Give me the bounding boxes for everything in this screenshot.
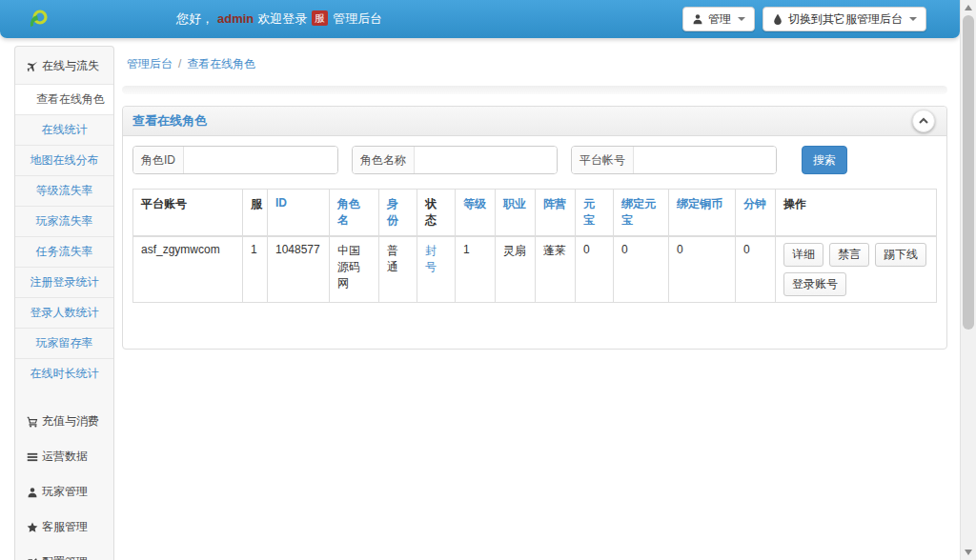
search-bar: 角色ID 角色名称 平台帐号 搜索 xyxy=(132,146,937,174)
logo-icon xyxy=(27,8,50,30)
cell-role-name: 中国源码网 xyxy=(330,236,379,303)
col-bound-copper[interactable]: 绑定铜币 xyxy=(669,190,736,237)
role-id-label: 角色ID xyxy=(133,147,184,173)
scrollbar-thumb[interactable] xyxy=(963,15,974,330)
chevron-down-icon xyxy=(909,17,917,21)
cell-bound-yuanbao: 0 xyxy=(614,236,669,303)
detail-button[interactable]: 详细 xyxy=(783,243,824,267)
row-actions: 详细 禁言 踢下线 登录账号 xyxy=(783,243,928,296)
cell-status-link[interactable]: 封号 xyxy=(425,244,437,273)
col-yuanbao[interactable]: 元宝 xyxy=(576,190,614,237)
breadcrumb-link-admin-home[interactable]: 管理后台 xyxy=(127,57,173,70)
sidebar-item-view-online-roles[interactable]: 查看在线角色 xyxy=(15,84,113,114)
sidebar-item-login-count-stats[interactable]: 登录人数统计 xyxy=(15,297,113,328)
sidebar-item-retention-rate[interactable]: 玩家留存率 xyxy=(15,328,113,358)
sidebar-group-label: 玩家管理 xyxy=(42,484,88,500)
panel-collapse-button[interactable] xyxy=(912,110,935,132)
cell-bound-copper: 0 xyxy=(669,236,736,303)
role-name-field-group: 角色名称 xyxy=(352,146,558,174)
cell-level: 1 xyxy=(456,236,496,303)
divider xyxy=(122,86,947,94)
sidebar-group-label: 运营数据 xyxy=(42,449,88,465)
col-bound-yuanbao[interactable]: 绑定元宝 xyxy=(614,190,669,237)
sidebar-item-map-distribution[interactable]: 地图在线分布 xyxy=(15,145,113,175)
table-row: asf_zgymwcom 1 1048577 中国源码网 普通 封号 1 灵扇 … xyxy=(133,236,937,303)
cell-id: 1048577 xyxy=(268,236,330,303)
sidebar: 在线与流失 查看在线角色 在线统计 地图在线分布 等级流失率 玩家流失率 任务流… xyxy=(14,46,114,560)
chevron-down-icon xyxy=(738,17,745,21)
col-class[interactable]: 职业 xyxy=(496,190,536,237)
cell-class: 灵扇 xyxy=(496,236,536,303)
role-name-label: 角色名称 xyxy=(353,147,415,173)
sidebar-group-label: 配置管理 xyxy=(42,554,88,560)
username: admin xyxy=(217,11,254,26)
search-button[interactable]: 搜索 xyxy=(802,146,847,174)
panel-header: 查看在线角色 xyxy=(123,107,946,136)
role-name-input[interactable] xyxy=(415,147,557,173)
platform-account-field-group: 平台帐号 xyxy=(571,146,777,174)
online-roles-table: 平台账号 服 ID 角色名 身份 状态 等级 职业 阵营 元宝 绑定元宝 绑定铜… xyxy=(132,189,937,303)
droplet-icon xyxy=(772,13,783,25)
breadcrumb-link-view-online-roles[interactable]: 查看在线角色 xyxy=(187,57,255,70)
sidebar-group-online-loss[interactable]: 在线与流失 xyxy=(15,47,113,84)
user-icon xyxy=(692,13,703,25)
sidebar-group-label: 在线与流失 xyxy=(42,58,99,74)
sidebar-item-online-stats[interactable]: 在线统计 xyxy=(15,114,113,145)
table-header-row: 平台账号 服 ID 角色名 身份 状态 等级 职业 阵营 元宝 绑定元宝 绑定铜… xyxy=(133,190,937,237)
col-level[interactable]: 等级 xyxy=(456,190,496,237)
greeting-text: 您好，admin欢迎登录服管理后台 xyxy=(176,0,382,38)
main-content: 管理后台/查看在线角色 查看在线角色 角色ID 角色名称 xyxy=(122,50,947,350)
sidebar-item-online-duration-stats[interactable]: 在线时长统计 xyxy=(15,358,113,389)
cell-platform-account: asf_zgymwcom xyxy=(133,236,243,303)
sidebar-item-register-login-stats[interactable]: 注册登录统计 xyxy=(15,267,113,297)
list-icon xyxy=(27,451,38,463)
breadcrumb: 管理后台/查看在线角色 xyxy=(122,50,947,80)
greeting-middle: 欢迎登录 xyxy=(257,11,307,26)
greeting-prefix: 您好， xyxy=(176,11,214,26)
role-id-field-group: 角色ID xyxy=(132,146,338,174)
sidebar-group-operations-data[interactable]: 运营数据 xyxy=(15,439,113,474)
switch-server-button[interactable]: 切换到其它服管理后台 xyxy=(762,7,926,31)
view-online-roles-panel: 查看在线角色 角色ID 角色名称 平台帐号 xyxy=(122,106,947,350)
chevron-up-icon xyxy=(919,116,928,126)
col-actions: 操作 xyxy=(776,190,937,237)
cell-yuanbao: 0 xyxy=(576,236,614,303)
col-faction[interactable]: 阵营 xyxy=(536,190,576,237)
admin-menu-button[interactable]: 管理 xyxy=(682,7,755,31)
sidebar-item-player-churn[interactable]: 玩家流失率 xyxy=(15,206,113,236)
plane-icon xyxy=(27,61,38,72)
sidebar-group-label: 客服管理 xyxy=(42,519,88,535)
sidebar-item-level-churn[interactable]: 等级流失率 xyxy=(15,175,113,206)
sidebar-group-player-management[interactable]: 玩家管理 xyxy=(15,474,113,510)
platform-account-input[interactable] xyxy=(634,147,776,173)
sidebar-group-recharge-consume[interactable]: 充值与消费 xyxy=(15,404,113,439)
login-account-button[interactable]: 登录账号 xyxy=(783,272,846,296)
kick-offline-button[interactable]: 踢下线 xyxy=(875,243,926,267)
admin-console-page: 您好，admin欢迎登录服管理后台 管理 切换到其它服管理后台 在线与流失 查看… xyxy=(0,0,976,560)
role-id-input[interactable] xyxy=(184,147,337,173)
sidebar-group-config-management[interactable]: 配置管理 xyxy=(15,545,113,560)
cart-icon xyxy=(27,416,38,428)
col-platform-account: 平台账号 xyxy=(133,190,243,237)
panel-title: 查看在线角色 xyxy=(132,113,207,128)
col-minutes[interactable]: 分钟 xyxy=(736,190,776,237)
mute-button[interactable]: 禁言 xyxy=(829,243,869,267)
cell-faction: 蓬莱 xyxy=(536,236,576,303)
top-navbar: 您好，admin欢迎登录服管理后台 管理 切换到其它服管理后台 xyxy=(0,0,960,38)
cell-identity: 普通 xyxy=(379,236,417,303)
vertical-scrollbar[interactable] xyxy=(960,0,976,560)
sidebar-group-customer-service[interactable]: 客服管理 xyxy=(15,510,113,545)
panel-body: 角色ID 角色名称 平台帐号 搜索 xyxy=(123,136,946,349)
scroll-up-arrow-icon[interactable] xyxy=(965,5,972,10)
col-role-name[interactable]: 角色名 xyxy=(330,190,379,237)
greeting-suffix: 管理后台 xyxy=(333,11,382,26)
cell-server: 1 xyxy=(243,236,268,303)
col-status: 状态 xyxy=(417,190,456,237)
scroll-down-arrow-icon[interactable] xyxy=(965,550,972,555)
col-id[interactable]: ID xyxy=(268,190,330,237)
breadcrumb-separator: / xyxy=(178,57,181,70)
sidebar-item-quest-churn[interactable]: 任务流失率 xyxy=(15,236,113,267)
col-identity[interactable]: 身份 xyxy=(379,190,417,237)
user-icon xyxy=(27,487,38,498)
server-badge: 服 xyxy=(312,10,328,26)
